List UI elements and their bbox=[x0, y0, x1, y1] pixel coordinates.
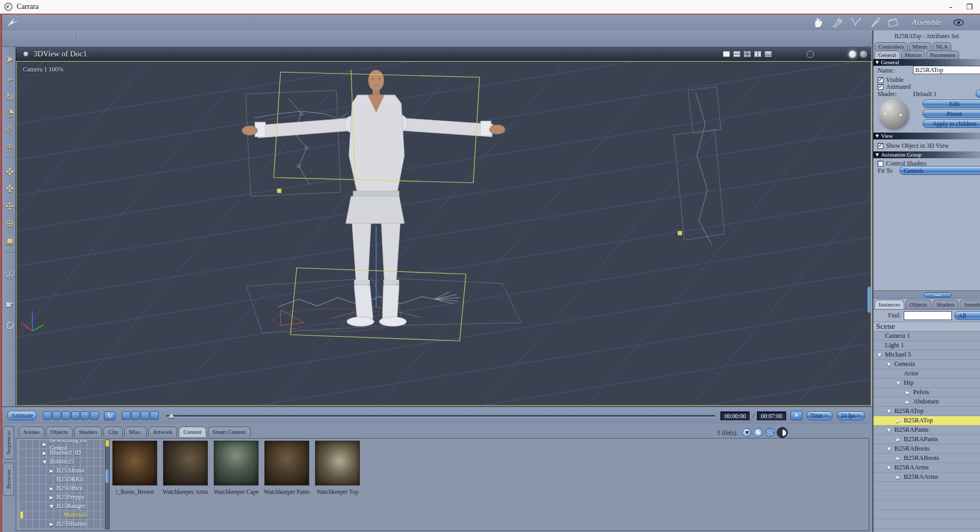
large-preview-button[interactable] bbox=[754, 428, 763, 437]
general-section-header[interactable]: ▼General bbox=[873, 59, 980, 66]
folder-tree-row[interactable]: B25Office bbox=[19, 484, 104, 493]
instances-tab[interactable]: Shaders bbox=[932, 300, 959, 309]
tree-arrow-icon[interactable] bbox=[50, 486, 56, 491]
browser-tab[interactable]: Misc. bbox=[124, 427, 147, 437]
attributes-tab[interactable]: NLA bbox=[932, 42, 952, 51]
animate-button[interactable]: Animate bbox=[7, 411, 37, 420]
scene-tree-row[interactable]: B25RAArms bbox=[873, 472, 980, 482]
current-time-field[interactable]: 00:00:00 bbox=[720, 411, 750, 420]
rotate-tool[interactable]: ↻ bbox=[2, 91, 17, 102]
menu-item[interactable] bbox=[101, 21, 112, 23]
tree-arrow-icon[interactable] bbox=[887, 362, 894, 367]
vp-layout-quad-icon[interactable] bbox=[754, 51, 761, 57]
viewport-3d-view[interactable]: Camera 1 100% bbox=[16, 61, 871, 406]
move-free-tool[interactable]: ✣ bbox=[2, 200, 17, 212]
scene-tree-row[interactable]: B25RAPants bbox=[873, 435, 980, 444]
delete-keyframe-button[interactable] bbox=[141, 411, 149, 420]
view-section-header[interactable]: ▼View bbox=[873, 133, 980, 139]
folder-tree-row[interactable]: Bewitching for Genesi bbox=[19, 440, 104, 448]
tree-arrow-icon[interactable] bbox=[887, 409, 894, 414]
instances-tab[interactable]: Objects bbox=[905, 300, 931, 309]
vp-layout-custom-icon[interactable] bbox=[765, 51, 772, 57]
folder-tree-row[interactable]: B25DRKit bbox=[19, 475, 104, 484]
scene-tree-row[interactable]: B25RABoots bbox=[873, 444, 980, 454]
vp-texture-sphere-icon[interactable] bbox=[860, 51, 867, 58]
vertex-room-icon[interactable] bbox=[850, 17, 862, 28]
add-keyframe-button[interactable] bbox=[131, 411, 140, 420]
browser-tab-vertical[interactable]: Browser bbox=[3, 463, 14, 496]
content-thumbnail[interactable]: Watchkeeper Cape bbox=[213, 441, 260, 495]
folder-tree-row[interactable]: Materials bbox=[19, 511, 104, 519]
move-xz-tool[interactable]: ✜ bbox=[2, 183, 17, 194]
stop-button[interactable] bbox=[62, 411, 71, 420]
panel-collapse-handle[interactable] bbox=[867, 286, 871, 313]
attributes-subtab[interactable]: Parameters bbox=[926, 51, 959, 59]
scrubber-thumb[interactable] bbox=[168, 413, 174, 418]
menu-item[interactable] bbox=[28, 21, 39, 23]
menu-item[interactable] bbox=[72, 21, 83, 23]
tree-arrow-icon[interactable] bbox=[906, 399, 913, 405]
scene-tree-row[interactable]: B25RATop bbox=[873, 416, 980, 425]
thumbnail-image[interactable] bbox=[214, 441, 259, 486]
folder-tree-row[interactable]: B25Ranger bbox=[19, 502, 104, 511]
trackball-tool[interactable]: ⊕ bbox=[2, 217, 17, 229]
content-thumbnail[interactable]: Watchkeeper Pants bbox=[263, 441, 310, 495]
tree-arrow-icon[interactable] bbox=[896, 381, 904, 386]
scene-tree-row[interactable]: B25RAPants bbox=[873, 425, 980, 435]
vp-layout-split2-icon[interactable] bbox=[733, 51, 740, 57]
folder-tree-row[interactable]: Bobbie25 bbox=[19, 457, 104, 466]
thumbnail-image[interactable] bbox=[112, 441, 157, 486]
browser-tab[interactable]: Shaders bbox=[74, 427, 102, 437]
show-object-checkbox-row[interactable]: Show Object in 3D View bbox=[878, 142, 949, 150]
scene-tree-row[interactable]: B25RATop bbox=[873, 407, 980, 416]
shader-preview-sphere[interactable] bbox=[879, 99, 908, 128]
folder-tree-row[interactable]: B25Alruna bbox=[19, 466, 104, 475]
eye-icon[interactable] bbox=[953, 19, 964, 26]
list-view-button[interactable] bbox=[765, 428, 774, 437]
scrubber-track[interactable] bbox=[166, 415, 715, 417]
splitter-handle[interactable] bbox=[924, 292, 952, 298]
browser-tab[interactable]: Artwork bbox=[148, 427, 177, 437]
scene-tree-row[interactable]: Actor bbox=[873, 369, 980, 379]
instances-tab[interactable]: Instances bbox=[874, 300, 904, 309]
tree-scrollbar[interactable] bbox=[105, 440, 110, 529]
name-field[interactable] bbox=[913, 66, 980, 74]
pan-view-tool[interactable]: ☛ bbox=[2, 299, 17, 310]
vp-layout-single-icon[interactable] bbox=[723, 51, 730, 57]
scene-tree-row[interactable]: B25RABoots bbox=[873, 454, 980, 463]
edit-shader-button[interactable]: Edit bbox=[923, 100, 980, 108]
browser-tab[interactable]: Scenes bbox=[19, 427, 44, 437]
scale-tool[interactable]: ◔ bbox=[2, 107, 17, 118]
tree-arrow-icon[interactable] bbox=[50, 504, 56, 509]
apply-to-children-button[interactable]: Apply to children bbox=[923, 120, 980, 128]
browser-options-button[interactable] bbox=[777, 427, 788, 438]
loop-button[interactable]: ↻ bbox=[104, 411, 115, 420]
tree-arrow-icon[interactable] bbox=[43, 451, 50, 456]
thumbnail-image[interactable] bbox=[163, 441, 208, 486]
previous-keyframe-button[interactable] bbox=[122, 411, 131, 420]
find-input[interactable] bbox=[904, 311, 952, 320]
menu-item[interactable] bbox=[131, 21, 141, 23]
scene-tree-row[interactable]: Michael 5 bbox=[873, 350, 980, 360]
panel-splitter[interactable] bbox=[873, 290, 980, 299]
model-room-icon[interactable] bbox=[831, 17, 844, 28]
render-preview-tool[interactable]: ✇ bbox=[2, 269, 17, 280]
scene-tree-row[interactable]: Camera 1 bbox=[873, 332, 980, 341]
link-tool[interactable]: ∞ bbox=[2, 140, 17, 151]
browser-tab[interactable]: Objects bbox=[46, 427, 73, 437]
fast-forward-button[interactable] bbox=[80, 411, 89, 420]
vp-camera-up-icon[interactable] bbox=[807, 51, 814, 58]
scrollbar-thumb[interactable] bbox=[106, 469, 109, 483]
control-shaders-checkbox[interactable] bbox=[878, 161, 883, 167]
figure-model[interactable] bbox=[242, 70, 505, 326]
rewind-button[interactable] bbox=[52, 411, 61, 420]
menu-item[interactable] bbox=[57, 21, 68, 23]
assemble-room-icon[interactable] bbox=[812, 17, 825, 28]
go-end-button[interactable] bbox=[90, 411, 99, 420]
scene-tree-row[interactable]: Genesis bbox=[873, 360, 980, 369]
vp-white-sphere-icon[interactable] bbox=[849, 51, 856, 58]
tree-arrow-icon[interactable] bbox=[887, 446, 894, 452]
time-mode-dropdown[interactable]: Time» bbox=[807, 411, 833, 420]
animated-checkbox[interactable] bbox=[878, 84, 883, 90]
render-room-icon[interactable] bbox=[888, 17, 900, 28]
